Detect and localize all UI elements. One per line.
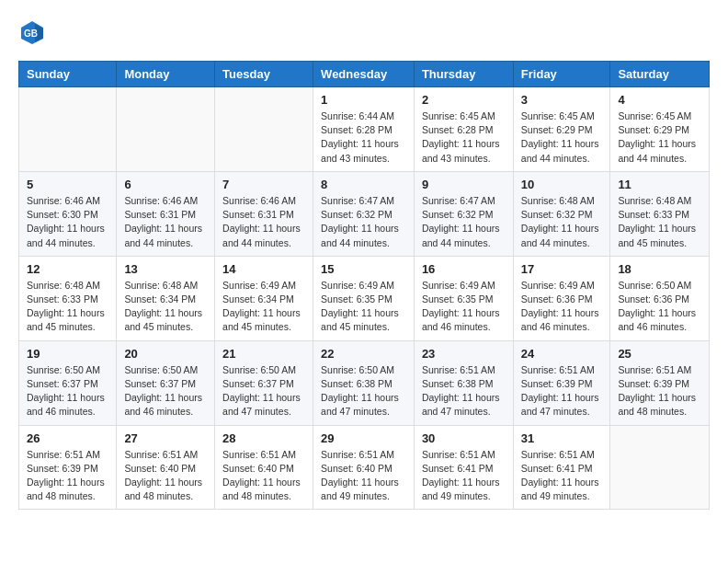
calendar: SundayMondayTuesdayWednesdayThursdayFrid… [18,61,710,510]
weekday-header-thursday: Thursday [414,62,513,87]
day-cell: 2Sunrise: 6:45 AM Sunset: 6:28 PM Daylig… [414,87,513,172]
day-info: Sunrise: 6:49 AM Sunset: 6:36 PM Dayligh… [521,279,603,335]
day-info: Sunrise: 6:50 AM Sunset: 6:37 PM Dayligh… [222,363,305,419]
day-number: 25 [618,347,701,361]
day-cell: 16Sunrise: 6:49 AM Sunset: 6:35 PM Dayli… [414,256,513,340]
day-cell: 31Sunrise: 6:51 AM Sunset: 6:41 PM Dayli… [513,425,610,510]
week-row-5: 26Sunrise: 6:51 AM Sunset: 6:39 PM Dayli… [19,425,710,510]
day-number: 29 [321,431,406,445]
day-cell: 25Sunrise: 6:51 AM Sunset: 6:39 PM Dayli… [610,340,710,425]
day-info: Sunrise: 6:50 AM Sunset: 6:37 PM Dayligh… [27,363,108,419]
day-number: 3 [521,93,603,107]
day-number: 13 [124,262,207,276]
day-info: Sunrise: 6:46 AM Sunset: 6:30 PM Dayligh… [27,194,108,250]
day-cell: 12Sunrise: 6:48 AM Sunset: 6:33 PM Dayli… [19,256,117,340]
day-info: Sunrise: 6:51 AM Sunset: 6:40 PM Dayligh… [222,448,305,504]
day-cell: 27Sunrise: 6:51 AM Sunset: 6:40 PM Dayli… [117,425,215,510]
day-info: Sunrise: 6:49 AM Sunset: 6:35 PM Dayligh… [422,279,506,335]
day-cell [19,87,117,172]
weekday-header-friday: Friday [513,62,610,87]
day-cell: 6Sunrise: 6:46 AM Sunset: 6:31 PM Daylig… [117,171,215,256]
day-number: 6 [124,178,207,191]
weekday-header-saturday: Saturday [610,62,710,87]
day-number: 10 [521,178,603,191]
weekday-header-tuesday: Tuesday [215,62,313,87]
day-cell: 23Sunrise: 6:51 AM Sunset: 6:38 PM Dayli… [414,340,513,425]
day-info: Sunrise: 6:51 AM Sunset: 6:38 PM Dayligh… [422,363,506,419]
day-info: Sunrise: 6:47 AM Sunset: 6:32 PM Dayligh… [422,194,506,250]
day-number: 12 [27,262,108,276]
day-info: Sunrise: 6:51 AM Sunset: 6:41 PM Dayligh… [521,448,603,504]
day-number: 27 [124,431,207,445]
day-info: Sunrise: 6:46 AM Sunset: 6:31 PM Dayligh… [222,194,305,250]
day-number: 5 [27,178,108,191]
day-info: Sunrise: 6:50 AM Sunset: 6:37 PM Dayligh… [124,363,207,419]
day-info: Sunrise: 6:49 AM Sunset: 6:34 PM Dayligh… [222,279,305,335]
day-cell: 14Sunrise: 6:49 AM Sunset: 6:34 PM Dayli… [215,256,313,340]
day-info: Sunrise: 6:48 AM Sunset: 6:34 PM Dayligh… [124,279,207,335]
day-number: 17 [521,262,603,276]
day-info: Sunrise: 6:45 AM Sunset: 6:29 PM Dayligh… [618,109,701,166]
day-cell: 5Sunrise: 6:46 AM Sunset: 6:30 PM Daylig… [19,171,117,256]
day-number: 4 [618,93,701,107]
day-number: 31 [521,431,603,445]
svg-text:GB: GB [24,29,38,39]
day-cell: 24Sunrise: 6:51 AM Sunset: 6:39 PM Dayli… [513,340,610,425]
day-number: 22 [321,347,406,361]
day-info: Sunrise: 6:50 AM Sunset: 6:38 PM Dayligh… [321,363,406,419]
weekday-header-sunday: Sunday [19,62,117,87]
day-info: Sunrise: 6:51 AM Sunset: 6:39 PM Dayligh… [521,363,603,419]
day-cell: 17Sunrise: 6:49 AM Sunset: 6:36 PM Dayli… [513,256,610,340]
week-row-1: 1Sunrise: 6:44 AM Sunset: 6:28 PM Daylig… [19,87,710,172]
day-cell: 21Sunrise: 6:50 AM Sunset: 6:37 PM Dayli… [215,340,313,425]
day-info: Sunrise: 6:48 AM Sunset: 6:33 PM Dayligh… [27,279,108,335]
day-cell: 28Sunrise: 6:51 AM Sunset: 6:40 PM Dayli… [215,425,313,510]
day-number: 21 [222,347,305,361]
day-number: 23 [422,347,506,361]
weekday-header-monday: Monday [117,62,215,87]
day-number: 8 [321,178,406,191]
header: GB [18,18,710,46]
weekday-header-wednesday: Wednesday [313,62,415,87]
day-cell: 15Sunrise: 6:49 AM Sunset: 6:35 PM Dayli… [313,256,415,340]
day-info: Sunrise: 6:50 AM Sunset: 6:36 PM Dayligh… [618,279,701,335]
day-number: 9 [422,178,506,191]
day-cell: 29Sunrise: 6:51 AM Sunset: 6:40 PM Dayli… [313,425,415,510]
day-number: 30 [422,431,506,445]
day-number: 1 [321,93,406,107]
day-number: 11 [618,178,701,191]
day-info: Sunrise: 6:47 AM Sunset: 6:32 PM Dayligh… [321,194,406,250]
week-row-4: 19Sunrise: 6:50 AM Sunset: 6:37 PM Dayli… [19,340,710,425]
day-info: Sunrise: 6:51 AM Sunset: 6:39 PM Dayligh… [27,448,108,504]
day-number: 14 [222,262,305,276]
day-info: Sunrise: 6:48 AM Sunset: 6:32 PM Dayligh… [521,194,603,250]
day-number: 24 [521,347,603,361]
day-number: 7 [222,178,305,191]
day-cell [610,425,710,510]
day-cell: 13Sunrise: 6:48 AM Sunset: 6:34 PM Dayli… [117,256,215,340]
day-number: 26 [27,431,108,445]
day-cell: 30Sunrise: 6:51 AM Sunset: 6:41 PM Dayli… [414,425,513,510]
logo: GB [18,18,50,46]
day-number: 19 [27,347,108,361]
day-number: 15 [321,262,406,276]
day-number: 28 [222,431,305,445]
day-cell: 7Sunrise: 6:46 AM Sunset: 6:31 PM Daylig… [215,171,313,256]
day-cell: 8Sunrise: 6:47 AM Sunset: 6:32 PM Daylig… [313,171,415,256]
day-info: Sunrise: 6:51 AM Sunset: 6:40 PM Dayligh… [124,448,207,504]
day-cell: 3Sunrise: 6:45 AM Sunset: 6:29 PM Daylig… [513,87,610,172]
page: GB SundayMondayTuesdayWednesdayThursdayF… [0,0,728,528]
day-info: Sunrise: 6:51 AM Sunset: 6:39 PM Dayligh… [618,363,701,419]
day-info: Sunrise: 6:49 AM Sunset: 6:35 PM Dayligh… [321,279,406,335]
day-number: 2 [422,93,506,107]
weekday-header-row: SundayMondayTuesdayWednesdayThursdayFrid… [19,62,710,87]
day-cell: 9Sunrise: 6:47 AM Sunset: 6:32 PM Daylig… [414,171,513,256]
day-info: Sunrise: 6:48 AM Sunset: 6:33 PM Dayligh… [618,194,701,250]
day-info: Sunrise: 6:51 AM Sunset: 6:41 PM Dayligh… [422,448,506,504]
day-cell: 1Sunrise: 6:44 AM Sunset: 6:28 PM Daylig… [313,87,415,172]
logo-icon: GB [18,18,46,46]
day-info: Sunrise: 6:51 AM Sunset: 6:40 PM Dayligh… [321,448,406,504]
day-cell: 19Sunrise: 6:50 AM Sunset: 6:37 PM Dayli… [19,340,117,425]
day-number: 18 [618,262,701,276]
day-cell [215,87,313,172]
